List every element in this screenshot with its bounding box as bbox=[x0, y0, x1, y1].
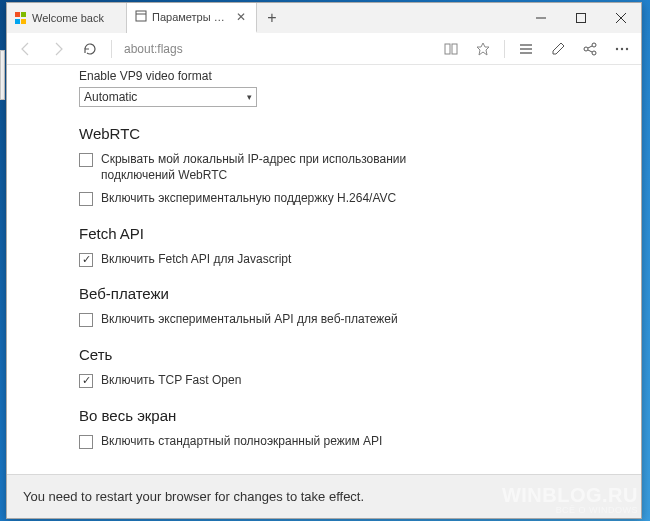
checkbox-fetch-api[interactable]: Включить Fetch API для Javascript bbox=[79, 252, 641, 268]
page-content[interactable]: Enable VP9 video format Automatic ▾ WebR… bbox=[7, 65, 641, 474]
minimize-button[interactable] bbox=[521, 3, 561, 33]
refresh-button[interactable] bbox=[75, 34, 105, 64]
chevron-down-icon: ▾ bbox=[247, 92, 252, 102]
close-tab-button[interactable]: ✕ bbox=[234, 10, 248, 24]
reading-view-button[interactable] bbox=[436, 34, 466, 64]
checkbox-label: Включить Fetch API для Javascript bbox=[101, 252, 291, 268]
titlebar: Welcome back Параметры разработчи ✕ + bbox=[7, 3, 641, 33]
checkbox-tcp-fast-open[interactable]: Включить TCP Fast Open bbox=[79, 373, 641, 389]
browser-window: Welcome back Параметры разработчи ✕ + ab… bbox=[6, 2, 642, 519]
checkbox-checked-icon bbox=[79, 253, 93, 267]
separator bbox=[504, 40, 505, 58]
svg-rect-3 bbox=[577, 14, 586, 23]
page-icon bbox=[135, 10, 147, 24]
restart-notice-bar: You need to restart your browser for cha… bbox=[7, 474, 641, 518]
forward-button[interactable] bbox=[43, 34, 73, 64]
section-network: Сеть bbox=[79, 346, 641, 363]
section-webrtc: WebRTC bbox=[79, 125, 641, 142]
hub-button[interactable] bbox=[511, 34, 541, 64]
checkbox-label: Скрывать мой локальный IP-адрес при испо… bbox=[101, 152, 421, 183]
close-window-button[interactable] bbox=[601, 3, 641, 33]
window-controls bbox=[521, 3, 641, 33]
checkbox-icon bbox=[79, 153, 93, 167]
svg-rect-7 bbox=[452, 44, 457, 54]
section-fullscreen: Во весь экран bbox=[79, 407, 641, 424]
svg-line-14 bbox=[588, 46, 592, 48]
tab-developer-settings[interactable]: Параметры разработчи ✕ bbox=[127, 3, 257, 33]
checkbox-label: Включить стандартный полноэкранный режим… bbox=[101, 434, 382, 450]
tab-welcome-back[interactable]: Welcome back bbox=[7, 3, 127, 33]
section-payments: Веб-платежи bbox=[79, 285, 641, 302]
checkbox-payments-api[interactable]: Включить экспериментальный API для веб-п… bbox=[79, 312, 641, 328]
checkbox-checked-icon bbox=[79, 374, 93, 388]
checkbox-webrtc-h264[interactable]: Включить экспериментальную поддержку H.2… bbox=[79, 191, 641, 207]
svg-point-16 bbox=[616, 47, 618, 49]
svg-point-12 bbox=[592, 43, 596, 47]
checkbox-webrtc-hide-ip[interactable]: Скрывать мой локальный IP-адрес при испо… bbox=[79, 152, 641, 183]
checkbox-icon bbox=[79, 313, 93, 327]
checkbox-icon bbox=[79, 192, 93, 206]
microsoft-logo-icon bbox=[15, 12, 27, 24]
more-button[interactable] bbox=[607, 34, 637, 64]
section-fetch: Fetch API bbox=[79, 225, 641, 242]
favorite-button[interactable] bbox=[468, 34, 498, 64]
checkbox-label: Включить TCP Fast Open bbox=[101, 373, 241, 389]
separator bbox=[111, 40, 112, 58]
vp9-dropdown[interactable]: Automatic ▾ bbox=[79, 87, 257, 107]
checkbox-label: Включить экспериментальный API для веб-п… bbox=[101, 312, 398, 328]
new-tab-button[interactable]: + bbox=[257, 3, 287, 33]
svg-point-11 bbox=[584, 47, 588, 51]
svg-rect-6 bbox=[445, 44, 450, 54]
checkbox-fullscreen-api[interactable]: Включить стандартный полноэкранный режим… bbox=[79, 434, 641, 450]
maximize-button[interactable] bbox=[561, 3, 601, 33]
tab-label: Параметры разработчи bbox=[152, 11, 229, 23]
tab-label: Welcome back bbox=[32, 12, 118, 24]
restart-notice-text: You need to restart your browser for cha… bbox=[23, 489, 364, 504]
toolbar-right bbox=[436, 34, 637, 64]
svg-point-13 bbox=[592, 51, 596, 55]
checkbox-icon bbox=[79, 435, 93, 449]
share-button[interactable] bbox=[575, 34, 605, 64]
svg-point-18 bbox=[626, 47, 628, 49]
svg-rect-0 bbox=[136, 11, 146, 21]
svg-line-15 bbox=[588, 50, 592, 52]
svg-point-17 bbox=[621, 47, 623, 49]
checkbox-label: Включить экспериментальную поддержку H.2… bbox=[101, 191, 396, 207]
vp9-label: Enable VP9 video format bbox=[79, 69, 641, 83]
back-button[interactable] bbox=[11, 34, 41, 64]
navigation-bar: about:flags bbox=[7, 33, 641, 65]
web-note-button[interactable] bbox=[543, 34, 573, 64]
dropdown-value: Automatic bbox=[84, 90, 137, 104]
tab-strip: Welcome back Параметры разработчи ✕ + bbox=[7, 3, 521, 33]
address-bar[interactable]: about:flags bbox=[118, 42, 434, 56]
background-window-fragment bbox=[0, 50, 5, 100]
